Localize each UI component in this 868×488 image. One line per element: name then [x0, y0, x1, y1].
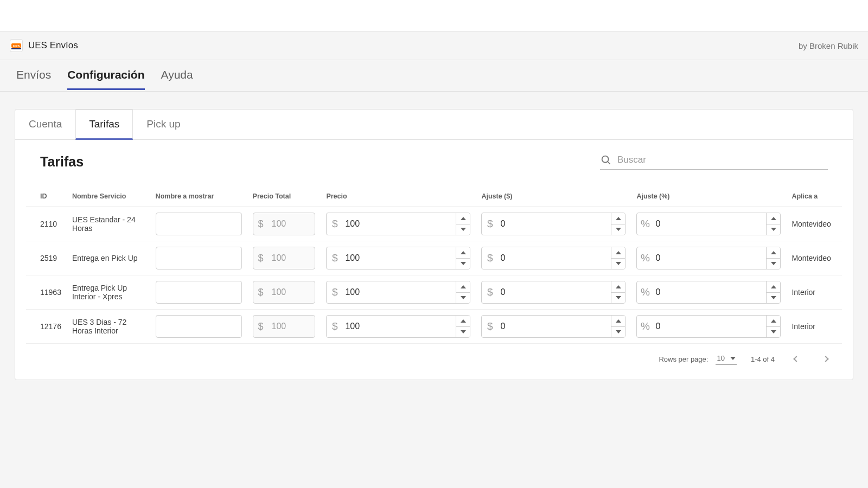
- cell-id: 2110: [40, 220, 57, 228]
- table-row: 2110 UES Estandar - 24 Horas $ 100 $ $: [26, 207, 842, 241]
- precio-stepper[interactable]: $: [326, 281, 470, 304]
- cell-id: 11963: [40, 288, 61, 297]
- rows-per-page-select[interactable]: 10: [716, 353, 736, 365]
- ajuste-abs-stepper[interactable]: $: [481, 315, 626, 338]
- stepper-down-button[interactable]: [611, 293, 625, 304]
- triangle-up-icon: [461, 319, 466, 323]
- prev-page-button[interactable]: [789, 351, 804, 367]
- ajuste-abs-stepper[interactable]: $: [481, 247, 626, 269]
- currency-icon: $: [482, 316, 498, 337]
- precio-input[interactable]: [343, 247, 456, 269]
- precio-input[interactable]: [343, 316, 456, 337]
- cell-id: 12176: [40, 322, 61, 331]
- stepper-up-button[interactable]: [767, 247, 780, 259]
- triangle-up-icon: [616, 285, 621, 288]
- display-name-input[interactable]: [156, 213, 242, 235]
- ajuste-abs-input[interactable]: [498, 281, 611, 303]
- precio-stepper[interactable]: $: [326, 315, 470, 338]
- stepper-down-button[interactable]: [611, 224, 625, 235]
- ajuste-abs-input[interactable]: [498, 247, 611, 269]
- currency-icon: $: [253, 219, 269, 230]
- col-aplica: Aplica a: [786, 186, 842, 207]
- stepper-up-button[interactable]: [611, 247, 625, 259]
- search-input[interactable]: [617, 155, 828, 165]
- ajuste-pct-stepper[interactable]: %: [636, 315, 781, 338]
- stepper-down-button[interactable]: [767, 224, 780, 235]
- precio-total-box: $ 100: [253, 315, 316, 338]
- stepper-up-button[interactable]: [456, 281, 470, 293]
- cell-id: 2519: [40, 254, 57, 262]
- stepper-up-button[interactable]: [611, 281, 625, 293]
- precio-total-value: 100: [269, 322, 315, 331]
- main-tab-ayuda[interactable]: Ayuda: [161, 61, 193, 90]
- stepper-up-button[interactable]: [767, 213, 780, 224]
- ajuste-pct-stepper[interactable]: %: [636, 281, 781, 304]
- ajuste-pct-stepper[interactable]: %: [636, 247, 781, 269]
- triangle-up-icon: [771, 251, 776, 254]
- stepper-down-button[interactable]: [611, 259, 625, 269]
- ajuste-pct-input[interactable]: [653, 281, 766, 303]
- sub-tab-cuenta[interactable]: Cuenta: [15, 110, 75, 140]
- currency-icon: $: [253, 287, 269, 298]
- ajuste-pct-input[interactable]: [653, 213, 766, 235]
- triangle-down-icon: [616, 330, 621, 333]
- stepper-down-button[interactable]: [456, 293, 470, 304]
- display-name-input[interactable]: [156, 281, 242, 304]
- svg-rect-2: [11, 48, 21, 49]
- currency-icon: $: [327, 316, 343, 337]
- col-display: Nombre a mostrar: [150, 186, 247, 207]
- chevron-left-icon: [793, 356, 799, 362]
- cell-aplica: Interior: [792, 322, 815, 331]
- percent-icon: %: [637, 316, 653, 337]
- app-logo: UES: [10, 39, 23, 52]
- stepper-down-button[interactable]: [767, 327, 780, 338]
- triangle-up-icon: [771, 319, 776, 323]
- precio-stepper[interactable]: $: [326, 247, 470, 269]
- precio-total-value: 100: [269, 253, 315, 263]
- next-page-button[interactable]: [818, 351, 833, 367]
- triangle-down-icon: [616, 228, 621, 231]
- display-name-input[interactable]: [156, 247, 242, 269]
- ajuste-pct-stepper[interactable]: %: [636, 213, 781, 235]
- sub-tab-pickup[interactable]: Pick up: [133, 110, 194, 140]
- ajuste-abs-input[interactable]: [498, 316, 611, 337]
- cell-aplica: Montevideo: [792, 220, 831, 228]
- stepper-down-button[interactable]: [456, 224, 470, 235]
- precio-stepper[interactable]: $: [326, 213, 470, 235]
- stepper-up-button[interactable]: [767, 281, 780, 293]
- ajuste-abs-input[interactable]: [498, 213, 611, 235]
- stepper-down-button[interactable]: [456, 259, 470, 269]
- currency-icon: $: [253, 253, 269, 264]
- main-tab-configuracion[interactable]: Configuración: [67, 61, 144, 90]
- stepper-down-button[interactable]: [767, 293, 780, 304]
- vendor-label: by Broken Rubik: [799, 41, 858, 50]
- table-row: 2519 Entrega en Pick Up $ 100 $ $: [26, 241, 842, 275]
- stepper-up-button[interactable]: [456, 247, 470, 259]
- search-field[interactable]: [600, 154, 828, 170]
- col-servicio: Nombre Servicio: [67, 186, 150, 207]
- pagination-range: 1-4 of 4: [751, 355, 775, 363]
- rows-per-page-label: Rows per page:: [659, 355, 708, 363]
- triangle-up-icon: [461, 217, 466, 220]
- main-tab-envios[interactable]: Envíos: [16, 61, 51, 90]
- chevron-down-icon: [730, 357, 736, 360]
- sub-tab-tarifas[interactable]: Tarifas: [75, 110, 133, 140]
- stepper-up-button[interactable]: [611, 213, 625, 224]
- precio-input[interactable]: [343, 281, 456, 303]
- ajuste-abs-stepper[interactable]: $: [481, 281, 626, 304]
- ajuste-abs-stepper[interactable]: $: [481, 213, 626, 235]
- stepper-up-button[interactable]: [611, 316, 625, 327]
- ajuste-pct-input[interactable]: [653, 316, 766, 337]
- stepper-down-button[interactable]: [456, 327, 470, 338]
- app-title: UES Envíos: [28, 40, 78, 51]
- stepper-up-button[interactable]: [456, 213, 470, 224]
- stepper-up-button[interactable]: [456, 316, 470, 327]
- stepper-up-button[interactable]: [767, 316, 780, 327]
- cell-servicio: Entrega en Pick Up: [72, 254, 138, 262]
- ajuste-pct-input[interactable]: [653, 247, 766, 269]
- precio-input[interactable]: [343, 213, 456, 235]
- display-name-input[interactable]: [156, 315, 242, 338]
- stepper-down-button[interactable]: [767, 259, 780, 269]
- stepper-down-button[interactable]: [611, 327, 625, 338]
- triangle-down-icon: [461, 228, 466, 231]
